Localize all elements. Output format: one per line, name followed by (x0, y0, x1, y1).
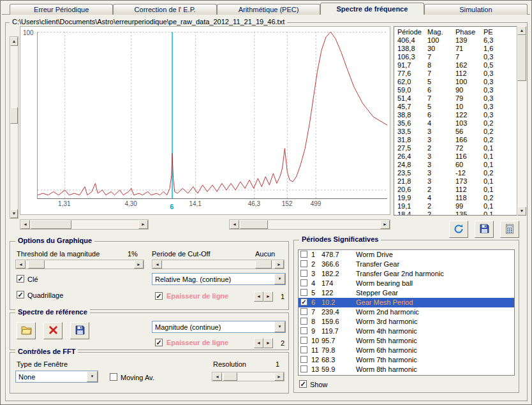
relative-mag-dropdown[interactable]: Relative Mag. (continue) ▼ (152, 273, 286, 285)
slider-right-icon[interactable]: ► (274, 372, 284, 381)
period-checkbox[interactable]: ✓ (300, 298, 307, 306)
slider-right-icon[interactable]: ► (274, 260, 284, 269)
refresh-button[interactable] (449, 221, 468, 238)
spectrum-plot[interactable] (37, 32, 387, 199)
scrollbar-thumb[interactable] (517, 35, 526, 81)
slider-track[interactable] (26, 260, 134, 269)
scrollbar-thumb[interactable] (240, 220, 268, 229)
table-row[interactable]: 24,83600,1 (394, 161, 516, 169)
period-checkbox[interactable] (300, 365, 307, 372)
slider-left-icon[interactable]: ◄ (152, 260, 162, 269)
table-row[interactable]: 106,3770,3 (394, 53, 516, 61)
table-row[interactable]: 31,831660,2 (394, 136, 516, 144)
period-checkbox[interactable] (300, 308, 307, 315)
period-row-7[interactable]: 7239.4Worm 2nd harmonic (299, 307, 514, 317)
period-row-5[interactable]: 5122Stepper Gear (299, 288, 514, 298)
tab-arithmétique-pec-[interactable]: Arithmétique (PEC) (217, 4, 320, 15)
table-row[interactable]: 20,621120,1 (394, 186, 516, 194)
period-row-6[interactable]: ✓610.2Gear Mesh Period (299, 298, 514, 307)
slider-track[interactable] (222, 372, 274, 381)
slider-left-icon[interactable]: ◄ (16, 260, 26, 269)
period-row-13[interactable]: 1359.9Worm 8th harmonic (299, 365, 514, 374)
period-checkbox[interactable] (300, 289, 307, 296)
save-table-button[interactable] (475, 221, 494, 238)
period-checkbox[interactable] (300, 270, 307, 277)
scroll-left-icon[interactable]: ◄ (20, 220, 30, 229)
quadrillage-checkbox[interactable]: ✓ (17, 291, 24, 298)
scroll-up-icon[interactable]: ▲ (10, 37, 18, 46)
table-row[interactable]: 138,830711,6 (394, 45, 516, 53)
scrollbar-track[interactable] (30, 220, 138, 229)
table-row[interactable]: 21,831730,1 (394, 177, 516, 186)
threshold-slider[interactable]: ◄ ► (15, 260, 144, 269)
report-button[interactable] (500, 221, 519, 238)
tab-spectre-de-fréquence[interactable]: Spectre de fréquence (320, 3, 424, 15)
table-row[interactable]: 45,75100,3 (394, 103, 516, 111)
period-checkbox[interactable] (300, 327, 307, 334)
period-row-10[interactable]: 1095.7Worm 5th harmonic (299, 336, 514, 346)
scroll-right-icon[interactable]: ► (138, 220, 148, 229)
scrollbar-track[interactable] (517, 35, 526, 207)
scroll-right-icon[interactable]: ► (380, 220, 390, 229)
table-row[interactable]: 38,861220,3 (394, 111, 516, 119)
slider-track[interactable] (162, 260, 274, 269)
cle-checkbox[interactable]: ✓ (17, 275, 24, 283)
ref-line-width-checkbox[interactable]: ✓ (155, 339, 163, 346)
line-width-checkbox[interactable]: ✓ (155, 292, 163, 300)
table-row[interactable]: 406,41001396,3 (394, 36, 516, 45)
moving-average-checkbox[interactable] (110, 373, 117, 381)
ref-line-width-increase-button[interactable]: ► (263, 338, 273, 348)
table-row[interactable]: 19,941180,2 (394, 194, 516, 202)
tab-correction-de-l-e-p-[interactable]: Correction de l' E.P. (113, 4, 216, 15)
line-width-increase-button[interactable]: ► (263, 291, 273, 302)
table-row[interactable]: 26,431160,1 (394, 152, 516, 161)
period-checkbox[interactable] (300, 251, 307, 258)
reference-mag-dropdown[interactable]: Magnitude (continue) ▼ (152, 321, 286, 333)
table-row[interactable]: 33,53560,2 (394, 128, 516, 136)
period-row-2[interactable]: 2366.6Transfer Gear (299, 260, 514, 269)
period-checkbox[interactable] (300, 279, 307, 286)
table-row[interactable]: 35,641030,2 (394, 119, 516, 128)
table-scrollbar[interactable]: ▲ ▼ (517, 26, 526, 216)
period-row-3[interactable]: 3182.2Transfer Gear 2nd harmonic (299, 269, 514, 279)
scrollbar-thumb[interactable] (10, 107, 18, 124)
table-row[interactable]: 62,051000,3 (394, 78, 516, 86)
period-checkbox[interactable] (300, 260, 307, 267)
delete-reference-button[interactable] (43, 322, 63, 339)
period-checkbox[interactable] (300, 346, 307, 353)
period-row-8[interactable]: 8159.6Worm 3rd harmonic (299, 317, 514, 327)
ref-line-width-decrease-button[interactable]: ◄ (254, 338, 263, 348)
chart-hscrollbar-left[interactable]: ◄ ► (20, 219, 149, 230)
period-checkbox[interactable] (300, 356, 307, 363)
table-row[interactable]: 19,12990,1 (394, 202, 516, 210)
chevron-down-icon[interactable]: ▼ (274, 274, 285, 284)
period-checkbox[interactable] (300, 337, 307, 344)
tab-simulation[interactable]: Simulation (424, 4, 528, 15)
slider-right-icon[interactable]: ► (134, 260, 144, 269)
open-reference-button[interactable] (17, 322, 36, 339)
period-row-12[interactable]: 1268.3Worm 7th harmonic (299, 355, 514, 365)
scroll-left-icon[interactable]: ◄ (230, 220, 239, 229)
table-row[interactable]: 18,421350,1 (394, 210, 516, 215)
show-checkbox[interactable]: ✓ (299, 380, 307, 388)
period-row-4[interactable]: 4174Worm bearing ball (299, 279, 514, 288)
slider-thumb[interactable] (28, 260, 45, 269)
table-row[interactable]: 59,06900,3 (394, 86, 516, 94)
period-checkbox[interactable] (300, 318, 307, 325)
period-row-1[interactable]: 1478.7Worm Drive (299, 250, 514, 260)
tab-erreur-périodique[interactable]: Erreur Périodique (10, 4, 113, 15)
scroll-down-icon[interactable]: ▼ (517, 207, 526, 216)
scrollbar-thumb[interactable] (31, 220, 71, 229)
chart-hscrollbar-right[interactable]: ◄ ► (229, 219, 390, 230)
table-row[interactable]: 77,671120,3 (394, 70, 516, 78)
chevron-down-icon[interactable]: ▼ (87, 371, 98, 382)
scroll-up-icon[interactable]: ▲ (517, 26, 526, 35)
chart-vscrollbar[interactable]: ▲ ▼ (10, 36, 18, 219)
scroll-down-icon[interactable]: ▼ (10, 209, 18, 218)
table-row[interactable]: 27,52720,1 (394, 144, 516, 152)
window-type-dropdown[interactable]: None ▼ (15, 371, 98, 383)
table-row[interactable]: 23,53-120,2 (394, 169, 516, 177)
line-width-decrease-button[interactable]: ◄ (254, 291, 263, 302)
table-row[interactable]: 51,47790,3 (394, 94, 516, 103)
period-row-9[interactable]: 9119.7Worm 4th harmonic (299, 327, 514, 336)
